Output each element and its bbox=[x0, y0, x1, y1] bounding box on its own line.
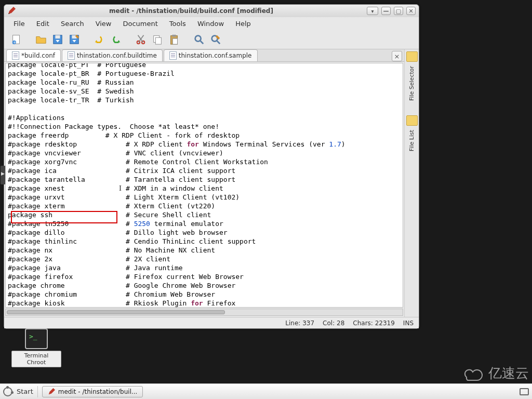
find-button[interactable] bbox=[192, 33, 206, 46]
menu-file[interactable]: File bbox=[8, 19, 30, 29]
app-pen-icon bbox=[7, 7, 16, 15]
start-orb-icon[interactable] bbox=[3, 387, 12, 396]
watermark: 亿速云 bbox=[461, 364, 529, 382]
terminal-icon bbox=[25, 328, 48, 349]
text-cursor-icon: I bbox=[119, 184, 122, 193]
svg-rect-4 bbox=[55, 35, 60, 38]
tab-label: *build.conf bbox=[21, 52, 55, 59]
svg-text:+: + bbox=[13, 40, 16, 45]
redo-button[interactable] bbox=[109, 33, 123, 46]
menu-tools[interactable]: Tools bbox=[164, 19, 191, 29]
display-tray-icon[interactable] bbox=[520, 388, 529, 395]
menubar: File Edit Search View Document Tools Win… bbox=[4, 17, 419, 30]
system-tray bbox=[520, 388, 529, 395]
folder-icon[interactable] bbox=[406, 51, 418, 62]
right-sidebar: File Selector File List bbox=[404, 49, 419, 317]
statusbar: Line: 337 Col: 28 Chars: 22319 INS bbox=[4, 317, 419, 328]
window-menu-dropdown[interactable]: ▾ bbox=[367, 7, 378, 15]
tab-buildtime[interactable]: thinstation.conf.buildtime bbox=[62, 49, 163, 61]
find-replace-button[interactable] bbox=[209, 33, 222, 46]
start-button[interactable]: Start bbox=[17, 388, 33, 395]
status-mode: INS bbox=[403, 320, 414, 327]
status-col: Col: 28 bbox=[323, 320, 344, 327]
cut-button[interactable] bbox=[134, 33, 148, 46]
desktop-icon-label: Terminal Chroot bbox=[11, 351, 61, 367]
menu-search[interactable]: Search bbox=[56, 19, 89, 29]
menu-view[interactable]: View bbox=[90, 19, 117, 29]
status-chars: Chars: 22319 bbox=[353, 320, 395, 327]
horizontal-scrollbar[interactable] bbox=[5, 309, 403, 316]
paste-button[interactable] bbox=[167, 33, 181, 46]
svg-point-18 bbox=[195, 35, 201, 41]
tab-bar: *build.conf thinstation.conf.buildtime t… bbox=[4, 49, 404, 62]
svg-rect-14 bbox=[155, 37, 161, 44]
menu-edit[interactable]: Edit bbox=[31, 19, 55, 29]
taskbar-item-label: medit - /thinstation/buil... bbox=[58, 388, 138, 395]
menu-help[interactable]: Help bbox=[230, 19, 256, 29]
app-pen-icon bbox=[48, 388, 55, 395]
document-icon bbox=[12, 51, 19, 60]
toolbar: + bbox=[4, 30, 419, 49]
close-button[interactable]: ✕ bbox=[406, 7, 416, 15]
undo-button[interactable] bbox=[92, 33, 106, 46]
new-file-button[interactable]: + bbox=[9, 33, 23, 46]
menu-document[interactable]: Document bbox=[117, 19, 163, 29]
maximize-button[interactable]: ▢ bbox=[394, 7, 403, 15]
file-selector-tab[interactable]: File Selector bbox=[408, 66, 415, 101]
code-content[interactable]: package locale-pt_PT # Portuguese packag… bbox=[6, 63, 403, 308]
watermark-text: 亿速云 bbox=[488, 364, 529, 382]
svg-line-21 bbox=[217, 41, 220, 44]
tab-build-conf[interactable]: *build.conf bbox=[6, 49, 61, 61]
taskbar-item-medit[interactable]: medit - /thinstation/buil... bbox=[42, 386, 143, 397]
desktop-terminal-icon[interactable]: Terminal Chroot bbox=[11, 328, 61, 367]
svg-marker-10 bbox=[117, 39, 121, 42]
taskbar-separator bbox=[37, 386, 38, 397]
titlebar[interactable]: medit - /thinstation/build/build.conf [m… bbox=[4, 5, 419, 17]
svg-rect-16 bbox=[172, 34, 176, 36]
svg-line-19 bbox=[201, 41, 204, 44]
tab-label: thinstation.conf.sample bbox=[179, 52, 252, 59]
document-icon bbox=[169, 51, 177, 60]
close-tab-button[interactable]: × bbox=[392, 51, 402, 61]
folder-icon[interactable] bbox=[406, 115, 418, 126]
svg-marker-9 bbox=[95, 39, 98, 42]
medit-window: medit - /thinstation/build/build.conf [m… bbox=[4, 4, 419, 329]
open-file-button[interactable] bbox=[34, 33, 48, 46]
status-line: Line: 337 bbox=[285, 320, 314, 327]
file-list-tab[interactable]: File List bbox=[408, 130, 415, 151]
minimize-button[interactable]: — bbox=[381, 7, 391, 15]
taskbar: Start medit - /thinstation/buil... bbox=[0, 383, 532, 399]
tab-sample[interactable]: thinstation.conf.sample bbox=[164, 49, 258, 61]
document-icon bbox=[68, 51, 75, 60]
window-title: medit - /thinstation/build/build.conf [m… bbox=[19, 7, 364, 15]
save-as-button[interactable] bbox=[68, 33, 81, 46]
menu-window[interactable]: Window bbox=[192, 19, 229, 29]
tab-label: thinstation.conf.buildtime bbox=[77, 52, 157, 59]
save-button[interactable] bbox=[51, 33, 64, 46]
svg-rect-17 bbox=[172, 38, 177, 44]
editor-area[interactable]: package locale-pt_PT # Portuguese packag… bbox=[5, 63, 403, 308]
copy-button[interactable] bbox=[151, 33, 164, 46]
